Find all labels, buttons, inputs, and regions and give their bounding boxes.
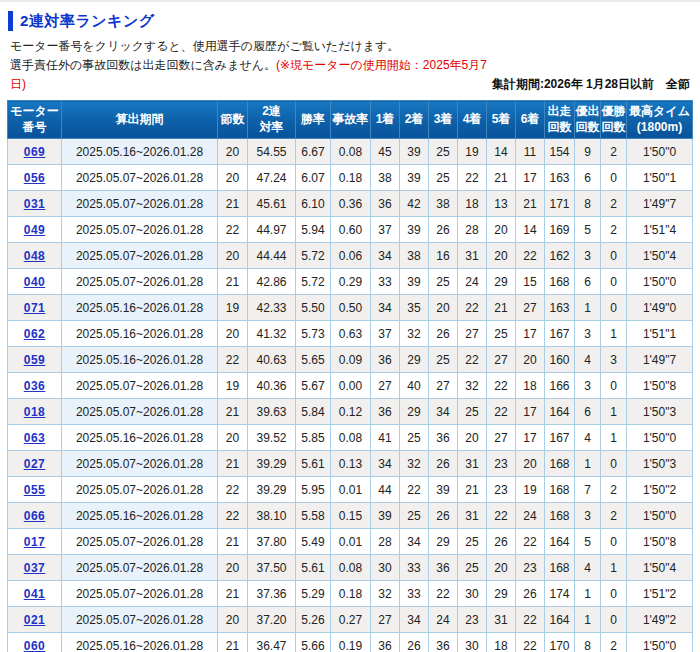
sections-cell: 21 — [218, 581, 248, 607]
place-5th-cell: 29 — [487, 269, 516, 295]
final-appearances-cell: 8 — [575, 633, 601, 652]
place-1st-cell: 27 — [371, 373, 400, 399]
starts-cell: 162 — [545, 243, 575, 269]
motor-number-link[interactable]: 036 — [24, 379, 46, 393]
sections-cell: 20 — [218, 165, 248, 191]
motor-number-link[interactable]: 027 — [24, 457, 46, 471]
place-3rd-cell: 25 — [429, 269, 458, 295]
place-4th-cell: 18 — [458, 191, 487, 217]
period-cell: 2025.05.07~2026.01.28 — [62, 165, 218, 191]
victories-cell: 0 — [601, 295, 627, 321]
quinella-rate-cell: 39.63 — [248, 399, 296, 425]
period-cell: 2025.05.07~2026.01.28 — [62, 607, 218, 633]
victories-cell: 2 — [601, 503, 627, 529]
best-time-cell: 1'51"4 — [627, 217, 693, 243]
best-time-cell: 1'50"1 — [627, 165, 693, 191]
place-3rd-cell: 38 — [429, 191, 458, 217]
place-6th-cell: 22 — [516, 243, 545, 269]
place-5th-cell: 29 — [487, 581, 516, 607]
col-header-final-appearances: 優出 回数 — [575, 101, 601, 139]
motor-number-cell: 027 — [8, 451, 62, 477]
motor-number-link[interactable]: 021 — [24, 613, 46, 627]
motor-number-link[interactable]: 059 — [24, 353, 46, 367]
place-5th-cell: 22 — [487, 373, 516, 399]
best-time-cell: 1'50"8 — [627, 373, 693, 399]
table-row: 059 2025.05.16~2026.01.28 22 40.63 5.65 … — [8, 347, 693, 373]
victories-cell: 1 — [601, 321, 627, 347]
place-1st-cell: 36 — [371, 191, 400, 217]
motor-number-link[interactable]: 017 — [24, 535, 46, 549]
final-appearances-cell: 7 — [575, 477, 601, 503]
final-appearances-cell: 6 — [575, 399, 601, 425]
win-rate-cell: 5.29 — [296, 581, 331, 607]
motor-number-link[interactable]: 049 — [24, 223, 46, 237]
place-1st-cell: 41 — [371, 425, 400, 451]
motor-number-link[interactable]: 066 — [24, 509, 46, 523]
notes-block: モーター番号をクリックすると、使用選手の履歴がご覧いただけます。 選手責任外の事… — [10, 37, 492, 94]
victories-cell: 1 — [601, 425, 627, 451]
col-header-3rd: 3着 — [429, 101, 458, 139]
sections-cell: 22 — [218, 503, 248, 529]
motor-number-link[interactable]: 055 — [24, 483, 46, 497]
motor-number-link[interactable]: 063 — [24, 431, 46, 445]
motor-number-cell: 041 — [8, 581, 62, 607]
motor-number-link[interactable]: 018 — [24, 405, 46, 419]
starts-cell: 163 — [545, 165, 575, 191]
place-3rd-cell: 26 — [429, 321, 458, 347]
accident-rate-cell: 0.36 — [331, 191, 371, 217]
final-appearances-cell: 3 — [575, 503, 601, 529]
place-2nd-cell: 22 — [400, 477, 429, 503]
motor-number-link[interactable]: 069 — [24, 145, 46, 159]
col-header-win-rate: 勝率 — [296, 101, 331, 139]
sections-cell: 19 — [218, 295, 248, 321]
period-cell: 2025.05.07~2026.01.28 — [62, 217, 218, 243]
motor-number-link[interactable]: 041 — [24, 587, 46, 601]
motor-number-link[interactable]: 031 — [24, 197, 46, 211]
period-cell: 2025.05.07~2026.01.28 — [62, 451, 218, 477]
place-1st-cell: 33 — [371, 269, 400, 295]
win-rate-cell: 6.67 — [296, 139, 331, 165]
accident-rate-cell: 0.09 — [331, 347, 371, 373]
period-cell: 2025.05.07~2026.01.28 — [62, 529, 218, 555]
motor-number-link[interactable]: 040 — [24, 275, 46, 289]
best-time-cell: 1'49"2 — [627, 607, 693, 633]
motor-number-link[interactable]: 060 — [24, 639, 46, 652]
motor-number-link[interactable]: 056 — [24, 171, 46, 185]
motor-number-cell: 063 — [8, 425, 62, 451]
sections-cell: 21 — [218, 451, 248, 477]
motor-number-cell: 017 — [8, 529, 62, 555]
place-3rd-cell: 25 — [429, 347, 458, 373]
best-time-cell: 1'49"7 — [627, 347, 693, 373]
page-title: 2連対率ランキング — [20, 12, 155, 31]
place-5th-cell: 18 — [487, 633, 516, 652]
starts-cell: 171 — [545, 191, 575, 217]
win-rate-cell: 5.85 — [296, 425, 331, 451]
final-appearances-cell: 9 — [575, 139, 601, 165]
win-rate-cell: 6.10 — [296, 191, 331, 217]
starts-cell: 168 — [545, 477, 575, 503]
motor-number-link[interactable]: 062 — [24, 327, 46, 341]
place-2nd-cell: 42 — [400, 191, 429, 217]
motor-number-link[interactable]: 037 — [24, 561, 46, 575]
place-3rd-cell: 24 — [429, 607, 458, 633]
motor-number-cell: 048 — [8, 243, 62, 269]
win-rate-cell: 5.95 — [296, 477, 331, 503]
page-title-bar: 2連対率ランキング — [0, 2, 700, 32]
place-3rd-cell: 34 — [429, 399, 458, 425]
motor-number-link[interactable]: 071 — [24, 301, 46, 315]
table-row: 055 2025.05.07~2026.01.28 22 39.29 5.95 … — [8, 477, 693, 503]
motor-number-cell: 071 — [8, 295, 62, 321]
accident-rate-cell: 0.08 — [331, 425, 371, 451]
place-4th-cell: 19 — [458, 139, 487, 165]
best-time-cell: 1'50"2 — [627, 477, 693, 503]
victories-cell: 0 — [601, 165, 627, 191]
place-5th-cell: 21 — [487, 295, 516, 321]
best-time-cell: 1'50"3 — [627, 399, 693, 425]
final-appearances-cell: 8 — [575, 191, 601, 217]
place-5th-cell: 20 — [487, 243, 516, 269]
victories-cell: 0 — [601, 529, 627, 555]
place-6th-cell: 21 — [516, 191, 545, 217]
best-time-cell: 1'50"0 — [627, 139, 693, 165]
motor-number-link[interactable]: 048 — [24, 249, 46, 263]
win-rate-cell: 6.07 — [296, 165, 331, 191]
